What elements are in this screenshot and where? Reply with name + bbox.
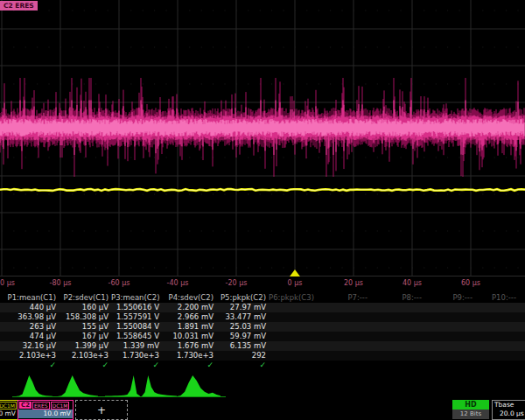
histicon-P3: [105, 375, 140, 396]
param-status-check: [424, 360, 475, 370]
histicon-row: [0, 373, 525, 399]
param-value: [475, 322, 519, 332]
channel-c2-descriptor[interactable]: C2 ERES DC1M 10.0 mV: [18, 400, 74, 420]
param-status-check: [316, 360, 370, 370]
param-value: 1.730e+3: [111, 351, 162, 360]
param-status-check: [370, 360, 424, 370]
param-value: [370, 312, 424, 322]
param-header-P8: P8:---: [370, 292, 424, 303]
time-tick-label: -20 µs: [226, 279, 248, 287]
param-value: 27.97 mV: [216, 303, 269, 312]
param-value: 1.891 mV: [162, 322, 216, 332]
descriptor-row: C1 DC1M 10.0 mV C2 ERES DC1M 10.0 mV + H…: [0, 399, 525, 420]
plus-icon: +: [97, 404, 106, 416]
active-trace-badge: C2 ERES: [0, 1, 38, 10]
hd-badge: HD: [452, 400, 489, 410]
param-value: 32.16 µV: [0, 341, 59, 351]
hd-mode-indicator[interactable]: HD 12 Bits: [452, 400, 489, 419]
time-tick-label: 0 µs: [288, 279, 303, 287]
time-tick-label: 60 µs: [461, 279, 480, 287]
param-status-check: ✓: [216, 360, 269, 370]
param-value: 167 µV: [59, 332, 111, 341]
histicon-P4: [142, 375, 177, 396]
param-value: [519, 303, 525, 312]
param-value: [475, 312, 519, 322]
param-status-check: ✓: [111, 360, 162, 370]
param-status-check: [269, 360, 316, 370]
param-value: [519, 351, 525, 360]
param-value: [269, 322, 316, 332]
param-value: 2.966 mV: [162, 312, 216, 322]
param-value: [316, 351, 370, 360]
add-channel-button[interactable]: +: [75, 400, 128, 420]
param-value: 6.135 mV: [216, 341, 269, 351]
param-value: 25.03 mV: [216, 322, 269, 332]
hd-bits-label: 12 Bits: [452, 410, 489, 419]
time-tick-label: 20 µs: [344, 279, 363, 287]
param-value: [519, 322, 525, 332]
param-header-P4[interactable]: P4:sdev(C2): [162, 292, 216, 303]
waveform-plot: [0, 0, 525, 276]
histicon-P2: [58, 375, 98, 396]
param-header-P11: P11:---: [519, 292, 525, 303]
oscilloscope-screen: C2 ERES -100 µs-80 µs-60 µs-40 µs-20 µs0…: [0, 0, 525, 420]
param-header-P10: P10:---: [475, 292, 519, 303]
param-value: [475, 303, 519, 312]
c2-label: C2: [19, 402, 32, 409]
param-header-P2[interactable]: P2:sdev(C1): [59, 292, 111, 303]
param-value: [424, 303, 475, 312]
param-value: [370, 322, 424, 332]
c2-vertical-scale: 10.0 mV: [18, 410, 73, 418]
param-value: [519, 312, 525, 322]
param-value: 1.730e+3: [162, 351, 216, 360]
param-value: 2.200 mV: [162, 303, 216, 312]
c1-vertical-scale: 10.0 mV: [0, 410, 18, 418]
param-value: 263 µV: [0, 322, 59, 332]
time-tick-label: -80 µs: [50, 279, 72, 287]
param-value: 155 µV: [59, 322, 111, 332]
timebase-descriptor[interactable]: Tbase 20.0 µs: [492, 400, 525, 420]
param-value: 2.103e+3: [59, 351, 111, 360]
param-value: [316, 312, 370, 322]
param-value: [475, 341, 519, 351]
histicon-P5: [177, 375, 220, 396]
param-value: [316, 332, 370, 341]
param-value: [370, 332, 424, 341]
param-value: [424, 332, 475, 341]
param-value: 1.550084 V: [111, 322, 162, 332]
tbase-label: Tbase: [494, 401, 514, 410]
trigger-time-marker[interactable]: [290, 270, 300, 276]
tbase-value: 20.0 µs: [493, 410, 525, 418]
param-value: [269, 351, 316, 360]
param-header-P5[interactable]: P5:pkpk(C2): [216, 292, 269, 303]
param-value: [370, 351, 424, 360]
param-value: 158.308 µV: [59, 312, 111, 322]
param-value: 440 µV: [0, 303, 59, 312]
param-value: 363.98 µV: [0, 312, 59, 322]
param-value: [424, 322, 475, 332]
c2-eres-tag: ERES: [32, 402, 50, 410]
channel-c1-descriptor[interactable]: C1 DC1M 10.0 mV: [0, 400, 18, 420]
param-status-check: [475, 360, 519, 370]
param-value: 2.103e+3: [0, 351, 59, 360]
param-value: [269, 303, 316, 312]
param-status-check: ✓: [59, 360, 111, 370]
param-header-P6: P6:pkpk(C3): [269, 292, 316, 303]
c2-coupling-tag: DC1M: [51, 402, 70, 410]
param-value: 160 µV: [59, 303, 111, 312]
param-header-P7: P7:---: [316, 292, 370, 303]
param-value: [424, 341, 475, 351]
waveform-display-grid[interactable]: [0, 0, 525, 276]
param-header-P3[interactable]: P3:mean(C2): [111, 292, 162, 303]
param-value: [316, 341, 370, 351]
time-tick-label: -40 µs: [167, 279, 189, 287]
param-status-check: ✓: [162, 360, 216, 370]
measure-table: P1:mean(C1)P2:sdev(C1)P3:mean(C2)P4:sdev…: [0, 292, 525, 370]
param-header-P1[interactable]: P1:mean(C1): [0, 292, 59, 303]
param-value: 33.477 mV: [216, 312, 269, 322]
param-value: 1.676 mV: [162, 341, 216, 351]
param-value: [475, 332, 519, 341]
c1-coupling-tag: DC1M: [0, 402, 17, 410]
param-value: 292: [216, 351, 269, 360]
param-value: [316, 322, 370, 332]
